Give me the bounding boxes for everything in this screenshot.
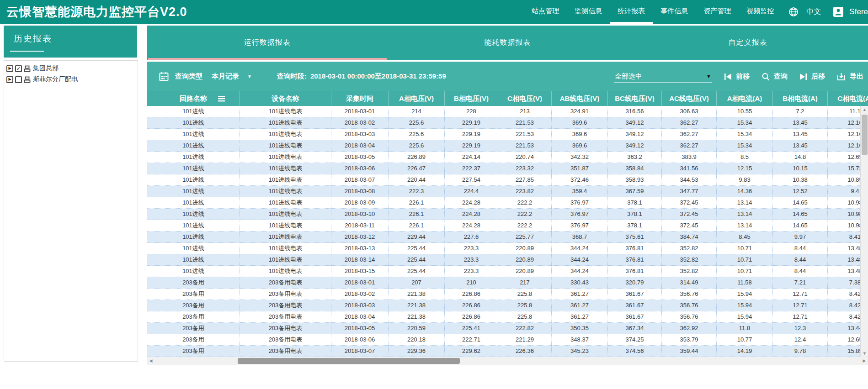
- table-row[interactable]: 101进线101进线电表2018-03-11226.1224.28222.237…: [147, 220, 868, 231]
- column-header[interactable]: 采集时间: [331, 91, 389, 106]
- table-cell: 13.14: [717, 209, 773, 220]
- scroll-left-icon[interactable]: ◀: [147, 357, 154, 365]
- table-row[interactable]: 101进线101进线电表2018-03-08222.3224.4223.8235…: [147, 186, 868, 197]
- table-row[interactable]: 101进线101进线电表2018-03-02225.6229.19221.533…: [147, 117, 868, 129]
- table-cell: 376.97: [552, 220, 608, 231]
- table-cell: 376.81: [608, 254, 662, 266]
- table-row[interactable]: 203备用203备用电表2018-03-01207210217330.43320…: [147, 277, 868, 289]
- table-cell: 14.19: [717, 346, 773, 357]
- nav-item-事件信息[interactable]: 事件信息: [653, 0, 696, 24]
- column-header[interactable]: C相电流(A): [828, 91, 868, 106]
- nav-item-视频监控[interactable]: 视频监控: [739, 0, 782, 24]
- table-row[interactable]: 101进线101进线电表2018-03-12229.44227.6225.773…: [147, 231, 868, 243]
- table-row[interactable]: 101进线101进线电表2018-03-15225.44223.3220.893…: [147, 266, 868, 277]
- column-header[interactable]: AC线电压(V): [662, 91, 717, 106]
- column-header[interactable]: C相电压(V): [498, 91, 552, 106]
- table-cell: 361.27: [552, 300, 608, 311]
- expand-icon[interactable]: ▶: [6, 65, 13, 72]
- table-cell: 13.45: [773, 129, 828, 140]
- table-row[interactable]: 203备用203备用电表2018-03-04221.38226.86225.83…: [147, 311, 868, 323]
- table-row[interactable]: 101进线101进线电表2018-03-09226.1224.28222.237…: [147, 197, 868, 209]
- top-nav: 站点管理监测信息统计报表事件信息资产管理视频监控: [524, 0, 782, 24]
- column-header[interactable]: B相电流(A): [773, 91, 828, 106]
- horizontal-scroll-thumb[interactable]: [238, 358, 460, 364]
- table-cell: 222.71: [445, 334, 498, 346]
- table-cell: 15.94: [717, 300, 773, 311]
- table-row[interactable]: 203备用203备用电表2018-03-03221.38226.86225.83…: [147, 300, 868, 311]
- column-header[interactable]: A相电压(V): [389, 91, 445, 106]
- table-cell: 344.24: [552, 266, 608, 277]
- table-row[interactable]: 203备用203备用电表2018-03-07229.36229.62226.36…: [147, 346, 868, 357]
- table-cell: 210: [445, 277, 498, 289]
- chevron-down-icon[interactable]: ▼: [247, 74, 252, 79]
- column-menu-icon[interactable]: [218, 95, 225, 103]
- scroll-right-icon[interactable]: ▶: [861, 357, 868, 365]
- column-header[interactable]: AB线电压(V): [552, 91, 608, 106]
- tree-node[interactable]: ▶✓集团总部: [4, 63, 138, 74]
- select-all-dropdown[interactable]: 全部选中 ▼: [614, 71, 712, 83]
- table-cell: 12.71: [773, 311, 828, 323]
- table-row[interactable]: 101进线101进线电表2018-03-10226.1224.28222.237…: [147, 209, 868, 220]
- table-cell: 101进线: [147, 140, 240, 152]
- table-row[interactable]: 101进线101进线电表2018-03-05226.89224.14220.74…: [147, 152, 868, 163]
- table-row[interactable]: 203备用203备用电表2018-03-05220.59225.41222.82…: [147, 323, 868, 334]
- table-row[interactable]: 101进线101进线电表2018-03-14225.44223.3220.893…: [147, 254, 868, 266]
- nav-item-统计报表[interactable]: 统计报表: [610, 0, 653, 24]
- export-download-icon: [837, 73, 846, 81]
- vertical-scroll-thumb[interactable]: [862, 115, 868, 155]
- tab-自定义报表[interactable]: 自定义报表: [628, 26, 868, 60]
- tree-node[interactable]: ▶斯菲尔分厂配电: [4, 74, 138, 85]
- tab-能耗数据报表[interactable]: 能耗数据报表: [388, 26, 628, 60]
- next-button[interactable]: 后移: [799, 72, 825, 81]
- table-cell: 203备用: [147, 346, 240, 357]
- query-type-select[interactable]: 本月记录: [212, 72, 239, 81]
- scroll-down-icon[interactable]: ▼: [861, 350, 868, 357]
- prev-button[interactable]: 前移: [724, 72, 750, 81]
- table-cell: 203备用: [147, 311, 240, 323]
- table-cell: 220.59: [389, 323, 445, 334]
- table-row[interactable]: 101进线101进线电表2018-03-03225.6229.19221.533…: [147, 129, 868, 140]
- org-icon: [24, 76, 31, 83]
- column-header[interactable]: 设备名称: [240, 91, 331, 106]
- table-cell: 14.65: [773, 220, 828, 231]
- table-cell: 225.44: [389, 243, 445, 254]
- table-row[interactable]: 101进线101进线电表2018-03-01214228213324.91316…: [147, 106, 868, 117]
- vertical-scrollbar[interactable]: ▲ ▼: [860, 106, 868, 357]
- expand-icon[interactable]: ▶: [6, 76, 13, 83]
- table-cell: 374.56: [608, 346, 662, 357]
- period-value: 2018-03-01 00:00:00至2018-03-31 23:59:59: [310, 72, 446, 81]
- table-row[interactable]: 203备用203备用电表2018-03-06220.18222.71221.29…: [147, 334, 868, 346]
- tab-运行数据报表[interactable]: 运行数据报表: [147, 26, 388, 60]
- table-cell: 2018-03-04: [331, 140, 389, 152]
- table-cell: 13.45: [773, 140, 828, 152]
- column-header[interactable]: B相电压(V): [445, 91, 498, 106]
- nav-item-资产管理[interactable]: 资产管理: [696, 0, 739, 24]
- table-cell: 221.53: [498, 117, 552, 129]
- globe-icon[interactable]: [788, 6, 799, 17]
- tree-checkbox[interactable]: [15, 76, 22, 83]
- language-switch[interactable]: 中文: [799, 7, 828, 17]
- column-header[interactable]: BC线电压(V): [608, 91, 662, 106]
- nav-item-站点管理[interactable]: 站点管理: [524, 0, 567, 24]
- table-cell: 375.61: [608, 231, 662, 243]
- table-cell: 10.71: [717, 254, 773, 266]
- tree-node-label[interactable]: 斯菲尔分厂配电: [33, 75, 78, 84]
- table-row[interactable]: 203备用203备用电表2018-03-02221.38226.86225.83…: [147, 289, 868, 300]
- table-cell: 2018-03-12: [331, 231, 389, 243]
- table-row[interactable]: 101进线101进线电表2018-03-07220.44227.54227.85…: [147, 174, 868, 186]
- tree-checkbox[interactable]: ✓: [15, 65, 22, 72]
- table-row[interactable]: 101进线101进线电表2018-03-04225.6229.19221.533…: [147, 140, 868, 152]
- scroll-up-icon[interactable]: ▲: [861, 106, 868, 113]
- horizontal-scrollbar[interactable]: ◀ ▶: [147, 357, 868, 365]
- tree-node-label[interactable]: 集团总部: [33, 64, 59, 73]
- table-row[interactable]: 101进线101进线电表2018-03-13225.44223.3220.893…: [147, 243, 868, 254]
- table-cell: 306.63: [662, 106, 717, 117]
- user-menu[interactable]: Sfere: [833, 6, 868, 17]
- column-header[interactable]: 回路名称: [147, 91, 240, 106]
- nav-item-监测信息[interactable]: 监测信息: [567, 0, 610, 24]
- table-row[interactable]: 101进线101进线电表2018-03-06226.47222.37223.32…: [147, 163, 868, 174]
- report-tabbar: 运行数据报表能耗数据报表自定义报表: [147, 26, 868, 60]
- search-button[interactable]: 查询: [761, 72, 788, 81]
- column-header[interactable]: A相电流(A): [717, 91, 773, 106]
- export-button[interactable]: 导出: [837, 72, 863, 81]
